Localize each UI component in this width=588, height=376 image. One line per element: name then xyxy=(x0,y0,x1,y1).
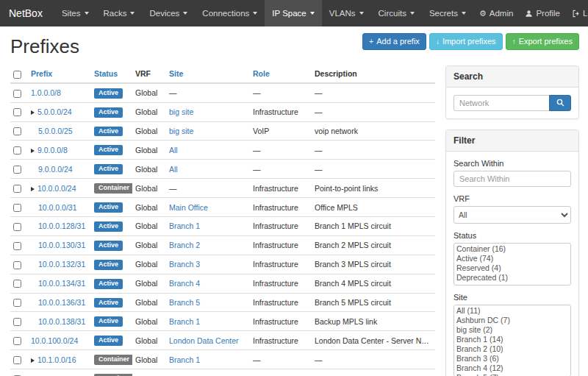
row-checkbox[interactable] xyxy=(13,90,21,98)
row-checkbox[interactable] xyxy=(13,337,21,345)
filter-option[interactable]: Branch 2 (10) xyxy=(455,344,570,354)
vrf-select[interactable]: All xyxy=(453,206,571,224)
description-value: Branch 1 P2P xyxy=(312,369,435,376)
prefix-link[interactable]: 9.0.0.0/8 xyxy=(37,146,68,155)
filter-option[interactable]: Branch 3 (6) xyxy=(455,354,570,363)
nav-item-connections[interactable]: Connections xyxy=(195,0,265,26)
site-link[interactable]: Branch 1 xyxy=(169,221,200,230)
site-link[interactable]: Branch 5 xyxy=(169,298,200,307)
prefix-link[interactable]: 10.1.0.0/16 xyxy=(37,355,76,364)
row-checkbox[interactable] xyxy=(13,166,21,174)
prefix-link[interactable]: 9.0.0.0/24 xyxy=(38,165,73,174)
prefix-link[interactable]: 10.0.0.0/24 xyxy=(37,184,76,193)
search-within-input[interactable] xyxy=(453,171,571,187)
status-badge: Active xyxy=(94,260,123,270)
filter-option[interactable]: Branch 4 (12) xyxy=(455,363,570,373)
filter-option[interactable]: Active (74) xyxy=(455,254,570,263)
row-checkbox[interactable] xyxy=(13,223,21,231)
nav-item-vlans[interactable]: VLANs xyxy=(322,0,371,26)
filter-option[interactable]: Branch 1 (14) xyxy=(455,335,570,344)
prefix-link[interactable]: 10.0.100.0/24 xyxy=(31,336,78,345)
row-checkbox[interactable] xyxy=(13,185,21,193)
import-prefixes-label: Import prefixes xyxy=(442,37,496,46)
filter-option[interactable]: Reserved (4) xyxy=(455,263,570,273)
filter-option[interactable]: Branch 5 (7) xyxy=(455,373,570,376)
site-link[interactable]: big site xyxy=(169,107,193,116)
prefix-link[interactable]: 10.0.0.130/31 xyxy=(38,241,85,249)
chevron-down-icon xyxy=(253,12,257,15)
prefix-link[interactable]: 1.0.0.0/8 xyxy=(31,88,61,97)
filter-option[interactable]: big site (2) xyxy=(455,325,570,335)
prefix-link[interactable]: 10.0.0.132/31 xyxy=(38,260,85,269)
site-link[interactable]: big site xyxy=(169,127,193,135)
import-prefixes-button[interactable]: ↓ Import prefixes xyxy=(429,33,503,50)
site-link[interactable]: Main Office xyxy=(169,203,208,212)
column-header-role[interactable]: Role xyxy=(250,65,312,83)
column-header-status[interactable]: Status xyxy=(91,65,132,83)
column-header-prefix[interactable]: Prefix xyxy=(28,65,91,83)
site-link[interactable]: All xyxy=(169,146,178,155)
prefix-link[interactable]: 5.0.0.0/25 xyxy=(38,127,73,135)
row-checkbox[interactable] xyxy=(13,299,21,307)
site-link[interactable]: London Data Center xyxy=(169,336,239,345)
role-value: — xyxy=(250,83,312,102)
description-value: Branch 4 MPLS circuit xyxy=(312,274,435,293)
role-value: — xyxy=(250,350,312,369)
search-input[interactable] xyxy=(453,95,549,111)
row-checkbox[interactable] xyxy=(13,280,21,288)
search-button[interactable] xyxy=(549,95,571,111)
nav-item-racks[interactable]: Racks xyxy=(96,0,143,26)
description-value: voip network xyxy=(312,121,435,141)
nav-item-devices[interactable]: Devices xyxy=(142,0,195,26)
export-icon: ↑ xyxy=(512,38,516,46)
description-value: — xyxy=(312,350,435,369)
status-select[interactable]: Container (16)Active (74)Reserved (4)Dep… xyxy=(453,243,571,285)
row-checkbox[interactable] xyxy=(13,318,21,326)
description-value: — xyxy=(312,102,435,121)
profile-link[interactable]: Profile xyxy=(519,0,566,26)
site-link[interactable]: Branch 2 xyxy=(169,241,200,249)
row-checkbox[interactable] xyxy=(13,242,21,250)
row-checkbox[interactable] xyxy=(13,204,21,212)
site-link[interactable]: Branch 3 xyxy=(169,260,200,269)
role-value: Infrastructure xyxy=(250,369,312,376)
admin-label: Admin xyxy=(490,9,514,18)
add-prefix-button[interactable]: + Add a prefix xyxy=(362,33,426,50)
filter-option[interactable]: Ashburn DC (7) xyxy=(455,316,570,325)
app-brand[interactable]: NetBox xyxy=(9,0,43,26)
nav-item-sites[interactable]: Sites xyxy=(54,0,96,26)
filter-option[interactable]: Container (16) xyxy=(455,244,570,254)
prefix-link[interactable]: 5.0.0.0/24 xyxy=(37,107,72,116)
filter-option[interactable]: All (11) xyxy=(455,306,570,316)
prefix-link[interactable]: 10.0.0.136/31 xyxy=(38,298,85,307)
nav-item-ip-space[interactable]: IP Space xyxy=(265,0,321,26)
navbar-right: ⚙ Admin Profile Log out xyxy=(473,0,588,26)
filter-option[interactable]: Deprecated (1) xyxy=(455,273,570,283)
column-header-site[interactable]: Site xyxy=(166,65,250,83)
row-checkbox[interactable] xyxy=(13,127,21,135)
site-link[interactable]: Branch 1 xyxy=(169,317,200,326)
site-cell: Branch 1 xyxy=(166,216,250,235)
prefix-link[interactable]: 10.0.0.128/31 xyxy=(38,221,85,230)
admin-link[interactable]: ⚙ Admin xyxy=(473,0,519,26)
site-cell: Branch 5 xyxy=(166,293,250,312)
row-checkbox[interactable] xyxy=(13,261,21,269)
site-link[interactable]: Branch 1 xyxy=(169,355,200,364)
site-link[interactable]: All xyxy=(169,165,178,174)
search-icon xyxy=(556,98,564,109)
select-all-checkbox[interactable] xyxy=(13,71,21,79)
row-checkbox[interactable] xyxy=(13,146,21,155)
site-select[interactable]: All (11)Ashburn DC (7)big site (2)Branch… xyxy=(453,305,571,376)
logout-link[interactable]: Log out xyxy=(566,0,588,26)
row-checkbox[interactable] xyxy=(13,108,21,116)
site-link[interactable]: Branch 4 xyxy=(169,279,200,288)
nav-item-circuits[interactable]: Circuits xyxy=(371,0,422,26)
site-cell: Branch 3 xyxy=(166,255,250,274)
row-checkbox[interactable] xyxy=(13,356,21,364)
prefix-link[interactable]: 10.0.0.0/31 xyxy=(38,203,77,212)
nav-item-secrets[interactable]: Secrets xyxy=(422,0,473,26)
expand-arrow-icon xyxy=(31,149,35,153)
prefix-link[interactable]: 10.0.0.138/31 xyxy=(38,317,85,326)
export-prefixes-button[interactable]: ↑ Export prefixes xyxy=(506,33,579,50)
prefix-link[interactable]: 10.0.0.134/31 xyxy=(38,279,85,288)
